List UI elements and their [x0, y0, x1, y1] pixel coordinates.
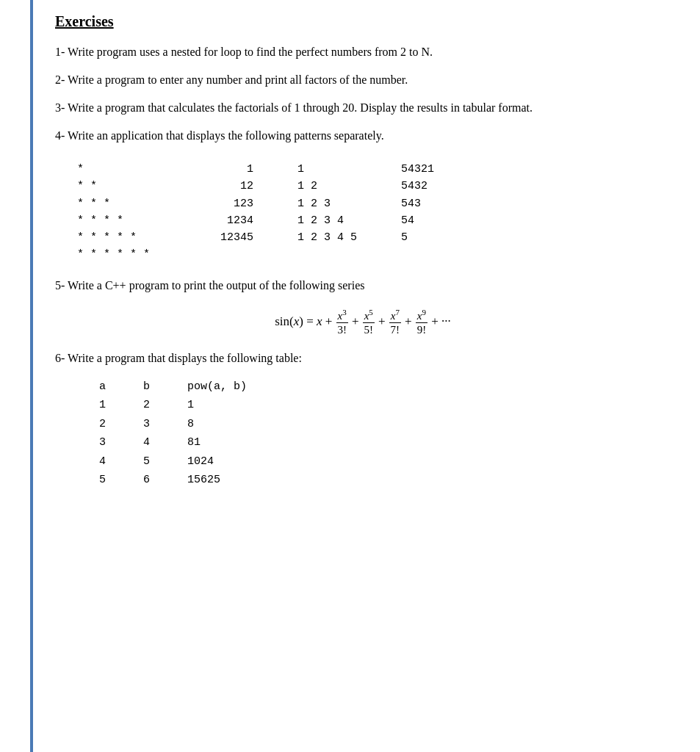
pattern-col-stars: * * * * * * * * * * * * * * * * * * * * …: [77, 161, 150, 264]
pattern-col-numbers-spaced: 1 1 2 1 2 3 1 2 3 4 1 2 3 4 5: [297, 161, 357, 246]
exercise-1: 1- Write program uses a nested for loop …: [55, 43, 671, 61]
col-a-header: a: [99, 377, 143, 397]
exercise-6: 6- Write a program that displays the fol…: [55, 350, 671, 490]
table-row: 1 2 1: [99, 396, 261, 415]
pattern-grid: * * * * * * * * * * * * * * * * * * * * …: [77, 161, 671, 264]
content-area: Exercises 1- Write program uses a nested…: [33, 0, 700, 752]
formula-frac1: x3 3!: [335, 308, 349, 336]
formula-frac2: x5 5!: [362, 308, 376, 336]
table-row: 5 6 15625: [99, 471, 261, 490]
formula-frac4: x9 9!: [415, 308, 429, 336]
math-formula: sin(x) = x + x3 3! + x5 5! +: [55, 308, 671, 336]
formula-frac3: x7 7!: [389, 308, 403, 336]
table-header-row: a b pow(a, b): [99, 377, 261, 397]
pow-table: a b pow(a, b) 1 2 1 2 3: [99, 377, 671, 490]
page-title: Exercises: [55, 13, 671, 30]
pattern-section: * * * * * * * * * * * * * * * * * * * * …: [55, 161, 671, 264]
exercise-5: 5- Write a C++ program to print the outp…: [55, 277, 671, 336]
table-row: 2 3 8: [99, 415, 261, 434]
col-b-header: b: [143, 377, 187, 397]
table-row: 3 4 81: [99, 433, 261, 452]
exercise-2: 2- Write a program to enter any number a…: [55, 71, 671, 89]
pattern-col-countdown: 54321 5432 543 54 5: [401, 161, 434, 246]
page-container: Exercises 1- Write program uses a nested…: [0, 0, 700, 752]
table-row: 4 5 1024: [99, 452, 261, 471]
formula-sin: sin(x) = x +: [275, 314, 332, 329]
left-border: [0, 0, 33, 752]
col-pow-header: pow(a, b): [187, 377, 261, 397]
exercise-3: 3- Write a program that calculates the f…: [55, 99, 671, 117]
exercise-4: 4- Write an application that displays th…: [55, 127, 671, 145]
pattern-col-numbers-compact: 1 12 123 1234 12345: [194, 161, 253, 246]
